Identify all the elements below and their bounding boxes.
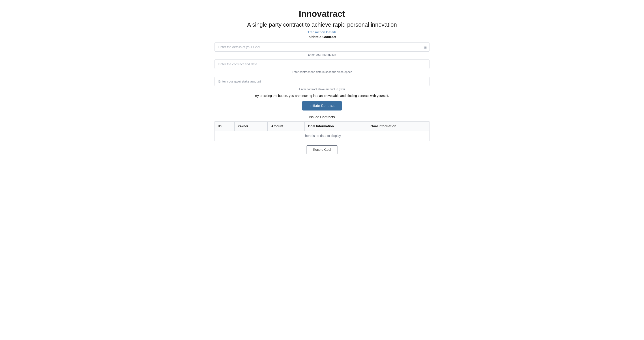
date-field-group: Enter contract end date in seconds since… [214,59,430,74]
stake-field-group: Enter contract stake amount in gwei [214,77,430,91]
main-container: Innovatract A single party contract to a… [214,9,430,154]
col-amount: Amount [267,122,304,131]
contracts-table: ID Owner Amount Goal Information Goal In… [214,121,430,141]
goal-icon: ⊞ [424,46,427,49]
app-subtitle: A single party contract to achieve rapid… [214,21,430,28]
goal-input-wrapper: ⊞ [214,42,430,52]
date-hint: Enter contract end date in seconds since… [214,70,430,74]
col-goal-info-1: Goal Information [304,122,367,131]
section-title: Initiate a Contract [214,35,430,39]
transaction-details-link[interactable]: Transaction Details [214,30,430,34]
table-header-row: ID Owner Amount Goal Information Goal In… [215,122,430,131]
record-goal-button[interactable]: Record Goal [306,145,338,154]
col-goal-info-2: Goal Information [367,122,429,131]
col-id: ID [215,122,235,131]
goal-hint: Enter goal information [214,53,430,56]
goal-input[interactable] [214,42,430,52]
no-data-cell: There is no data to display [215,131,430,141]
goal-field-group: ⊞ Enter goal information [214,42,430,56]
app-title: Innovatract [214,9,430,19]
col-owner: Owner [235,122,268,131]
no-data-row: There is no data to display [215,131,430,141]
stake-hint: Enter contract stake amount in gwei [214,87,430,91]
issued-contracts-title: Issued Contracts [214,115,430,119]
initiate-contract-button[interactable]: Initiate Contract [302,101,342,110]
date-input[interactable] [214,59,430,69]
binding-notice: By pressing the button, you are entering… [214,94,430,97]
stake-input[interactable] [214,77,430,86]
